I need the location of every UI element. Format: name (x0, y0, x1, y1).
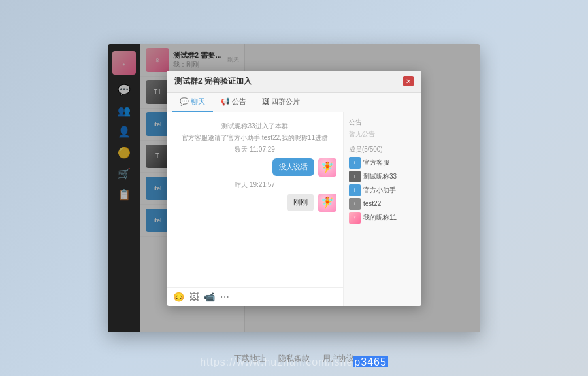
footer: 下载地址 隐私条款 用户协议 (0, 353, 588, 364)
chat-toolbar: 😊 🖼 📹 ⋯ (167, 287, 343, 306)
member-avatar: T (349, 171, 361, 182)
page-background: ♀ 💬 👥 👤 🟡 🛒 📋 ♀ 测试群2 需要验证... 我：刚刚 刚天 (0, 0, 588, 376)
video-button[interactable]: 📹 (204, 292, 215, 302)
member-item: i 官方小助手 (349, 184, 416, 196)
system-time: 数天 11:07:29 (173, 145, 336, 154)
tab-photos[interactable]: 🖼 四群公片 (254, 93, 308, 112)
privacy-link[interactable]: 隐私条款 (278, 353, 310, 364)
system-message: 官方客服邀请了官方小助手,test22,我的昵称11进群 (173, 133, 336, 143)
tab-chat[interactable]: 💬 聊天 (172, 93, 213, 112)
more-button[interactable]: ⋯ (220, 292, 229, 302)
member-item: ♀ 我的昵称11 (349, 212, 416, 224)
member-item: i 官方客服 (349, 157, 416, 169)
member-name: 官方小助手 (363, 186, 396, 195)
message-avatar: 🧚 (318, 158, 336, 177)
message-bubble: 刚刚 (287, 194, 314, 211)
right-panel: 公告 暂无公告 成员(5/500) i 官方客服 T (343, 112, 421, 306)
system-message: 测试昵称33进入了本群 (173, 122, 336, 131)
dialog-titlebar: 测试群2 完善验证加入 ✕ (167, 71, 421, 93)
member-item: T 测试昵称33 (349, 171, 416, 182)
system-time: 昨天 19:21:57 (173, 180, 336, 190)
member-name: 官方客服 (363, 158, 389, 167)
chat-area: 测试昵称33进入了本群 官方客服邀请了官方小助手,test22,我的昵称11进群… (167, 112, 343, 306)
dialog-tabs: 💬 聊天 📢 公告 🖼 四群公片 (167, 93, 421, 112)
members-count: 成员(5/500) (349, 145, 383, 154)
download-link[interactable]: 下载地址 (234, 353, 265, 364)
members-title: 成员(5/500) (349, 145, 416, 154)
message-avatar: 🧚 (318, 194, 336, 212)
dialog-body: 测试昵称33进入了本群 官方客服邀请了官方小助手,test22,我的昵称11进群… (167, 112, 421, 306)
app-window: ♀ 💬 👥 👤 🟡 🛒 📋 ♀ 测试群2 需要验证... 我：刚刚 刚天 (108, 44, 480, 332)
announcement-label: 公告 (349, 118, 416, 127)
message-right: 没人说话 🧚 (173, 158, 336, 177)
dialog-overlay: 测试群2 完善验证加入 ✕ 💬 聊天 📢 公告 🖼 四群公片 测试昵称33进入了… (108, 44, 480, 332)
announcement-content: 暂无公告 (349, 129, 416, 139)
member-avatar: t (349, 198, 361, 210)
message-bubble: 没人说话 (272, 158, 314, 176)
member-avatar: i (349, 157, 361, 169)
member-name: 我的昵称11 (363, 213, 397, 222)
chat-messages[interactable]: 测试昵称33进入了本群 官方客服邀请了官方小助手,test22,我的昵称11进群… (167, 112, 343, 287)
dialog-title: 测试群2 完善验证加入 (174, 76, 252, 87)
message-right: 刚刚 🧚 (173, 194, 336, 212)
member-name: test22 (363, 200, 381, 207)
member-avatar: i (349, 184, 361, 196)
tab-announcement[interactable]: 📢 公告 (213, 93, 254, 112)
emoji-button[interactable]: 😊 (173, 292, 184, 302)
member-name: 测试昵称33 (363, 172, 397, 181)
image-button[interactable]: 🖼 (189, 292, 199, 302)
close-button[interactable]: ✕ (403, 76, 414, 86)
terms-link[interactable]: 用户协议 (323, 353, 354, 364)
member-item: t test22 (349, 198, 416, 210)
group-dialog: 测试群2 完善验证加入 ✕ 💬 聊天 📢 公告 🖼 四群公片 测试昵称33进入了… (167, 71, 421, 306)
member-avatar: ♀ (349, 212, 361, 224)
